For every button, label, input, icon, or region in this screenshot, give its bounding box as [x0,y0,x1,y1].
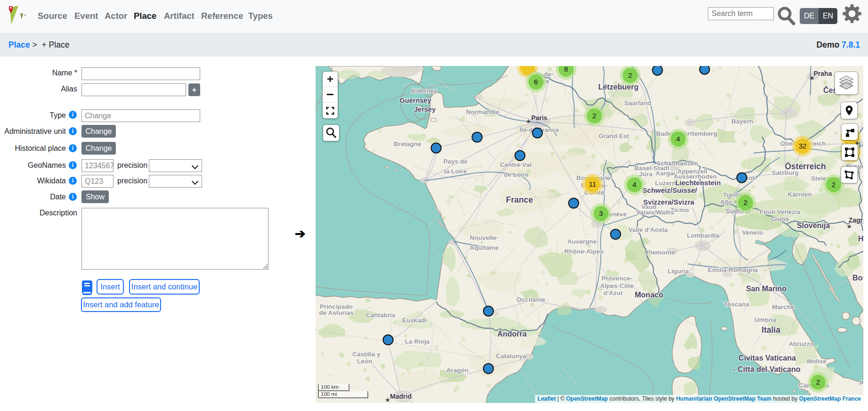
svg-text:Alderney: Alderney [411,87,437,94]
svg-text:Normandie: Normandie [466,108,500,115]
svg-text:Toscana: Toscana [724,301,749,308]
svg-text:Luzern: Luzern [655,180,676,187]
svg-text:de Loire: de Loire [504,171,529,178]
svg-text:Piemonte: Piemonte [647,249,675,256]
svg-text:Abruzzo: Abruzzo [788,340,813,347]
svg-text:Liechtenstein: Liechtenstein [675,179,721,187]
svg-text:Aquitaine: Aquitaine [470,244,499,251]
svg-text:Schweiz/Suisse/: Schweiz/Suisse/ [642,186,698,194]
svg-text:Bayern: Bayern [731,118,753,125]
svg-text:Schaffhausen: Schaffhausen [657,160,698,167]
svg-text:★: ★ [526,118,531,125]
svg-text:4: 4 [676,135,680,143]
svg-text:la Loire: la Loire [444,168,467,175]
svg-text:Giulia: Giulia [771,215,789,222]
svg-text:Paris: Paris [531,114,547,122]
svg-text:Pays de: Pays de [443,158,468,165]
svg-text:Valle d'Aosta: Valle d'Aosta [628,226,668,233]
svg-text:d'Azur: d'Azur [603,289,623,296]
svg-text:de Asturias: de Asturias [319,309,353,316]
svg-text:Civitas Vaticana: Civitas Vaticana [738,354,796,362]
svg-text:Nouvelle-: Nouvelle- [470,234,499,241]
svg-text:Castilla y: Castilla y [352,351,381,358]
svg-text:8: 8 [564,66,568,73]
svg-text:Madrid: Madrid [390,393,412,400]
svg-text:Catalunya: Catalunya [496,353,527,360]
svg-text:★: ★ [385,396,390,403]
svg-text:32: 32 [799,142,807,150]
svg-text:Slovenija: Slovenija [797,222,830,230]
svg-text:Praha: Praha [814,70,832,77]
svg-text:Aragón: Aragón [446,367,468,374]
svg-text:2: 2 [628,71,632,79]
svg-text:Bosna: Bosna [852,274,863,282]
svg-text:Jersey: Jersey [414,106,436,113]
svg-text:H: H [858,235,863,243]
svg-text:2: 2 [592,112,596,120]
svg-text:Grand Est: Grand Est [599,132,629,140]
svg-text:Veneto: Veneto [742,229,763,236]
svg-text:Svizzera/Svizra: Svizzera/Svizra [643,198,695,206]
svg-text:San Marino: San Marino [746,285,787,293]
svg-text:4: 4 [633,181,636,189]
svg-text:★: ★ [809,74,815,82]
svg-text:3: 3 [599,209,603,217]
svg-text:Bretagne: Bretagne [394,140,422,148]
svg-text:Umbria: Umbria [754,316,777,323]
svg-text:La Rioja: La Rioja [405,338,430,345]
svg-text:Auvergne-: Auvergne- [568,238,599,245]
svg-text:Saarland: Saarland [624,99,651,107]
svg-text:Lombardia: Lombardia [687,232,720,239]
svg-text:Monaco: Monaco [635,291,664,299]
svg-text:Marche: Marche [772,304,795,311]
svg-text:León: León [357,358,372,365]
svg-text:★: ★ [846,223,852,230]
svg-text:Kärnten: Kärnten [787,191,811,198]
svg-text:Centre-Val: Centre-Val [500,161,532,168]
svg-text:Puglia: Puglia [860,379,863,386]
svg-text:2: 2 [744,198,747,206]
svg-text:11: 11 [589,180,596,188]
svg-text:Euskadi: Euskadi [402,317,427,324]
svg-text:Alpes-Côte: Alpes-Côte [600,282,634,289]
svg-text:Provence-: Provence- [601,275,632,282]
svg-text:Italia: Italia [762,325,780,335]
svg-text:Emilia-Romagna: Emilia-Romagna [708,266,758,273]
svg-text:Andorra: Andorra [497,330,527,338]
svg-text:Molise: Molise [807,358,827,365]
svg-text:Cantabria: Cantabria [366,312,396,319]
svg-text:Liguria: Liguria [667,268,689,275]
svg-text:Rhône-Alpes: Rhône-Alpes [564,248,603,255]
svg-text:Jura: Jura [639,171,653,178]
svg-text:Friuli Venezia: Friuli Venezia [760,208,801,215]
svg-text:Österreich: Österreich [785,162,826,171]
svg-text:6: 6 [534,78,538,86]
svg-text:Guernsey: Guernsey [400,97,431,104]
svg-text:Occitanie: Occitanie [517,296,545,303]
svg-text:France: France [506,195,533,205]
svg-text:2: 2 [832,181,836,189]
svg-text:- Città del Vaticano: - Città del Vaticano [733,365,800,373]
svg-text:2: 2 [816,378,820,386]
